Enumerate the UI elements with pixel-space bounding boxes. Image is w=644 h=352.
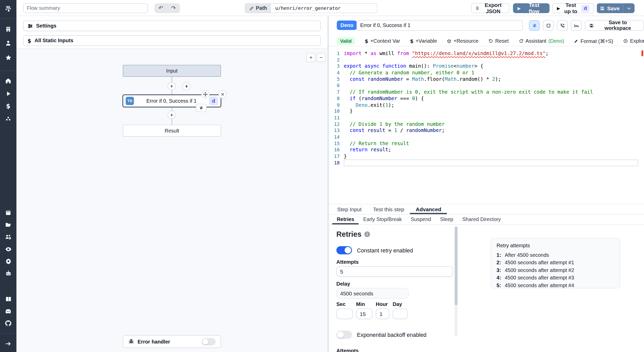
save-button-group: Save	[597, 3, 635, 13]
step-summary-input[interactable]	[357, 20, 523, 31]
suspend-icon-button[interactable]	[557, 20, 567, 31]
advanced-subtabs: Retries Early Stop/Break Suspend Sleep S…	[329, 215, 644, 225]
workspace-icon[interactable]	[0, 23, 16, 35]
format-button[interactable]: Format (⌘+S)	[569, 38, 618, 44]
user-icon[interactable]	[0, 37, 16, 49]
subtab-suspend[interactable]: Suspend	[406, 215, 436, 224]
min-input[interactable]	[356, 309, 372, 319]
github-icon[interactable]	[0, 318, 16, 329]
assistant-button[interactable]: Assistant (Deno)	[514, 38, 569, 44]
exponential-backoff-toggle[interactable]	[336, 331, 352, 339]
subtab-shared-directory[interactable]: Shared Directory	[458, 215, 505, 224]
settings-icon[interactable]	[0, 255, 16, 267]
code-line[interactable]: 17}	[329, 153, 644, 160]
discord-icon[interactable]	[0, 306, 16, 317]
code-line[interactable]: 8 if (randomNumber === 0) {	[329, 95, 644, 102]
code-line[interactable]: 15 // Return the result	[329, 140, 644, 147]
trigger-bolt-icon[interactable]	[182, 82, 191, 90]
early-stop-icon-button[interactable]	[543, 20, 554, 31]
code-line[interactable]: 4 // Generate a random number, either 0 …	[329, 70, 644, 76]
favorites-icon[interactable]	[0, 52, 16, 63]
code-line[interactable]: 6	[329, 83, 644, 89]
code-line[interactable]: 1import * as wmill from "https://deno.la…	[329, 50, 644, 57]
export-json-button[interactable]: Export JSON	[471, 3, 509, 13]
add-variable-button[interactable]: $+Variable	[405, 38, 442, 44]
groups-icon[interactable]	[0, 231, 16, 243]
code-line[interactable]: 3export async function main(): Promise<n…	[329, 63, 644, 70]
code-line[interactable]: 9 Deno.exit(1);	[329, 102, 644, 108]
code-editor[interactable]: 1import * as wmill from "https://deno.la…	[329, 46, 644, 204]
hour-input[interactable]	[376, 309, 389, 319]
result-node[interactable]: Result	[123, 125, 221, 137]
dollar-icon: $	[365, 38, 368, 44]
move-step-handle[interactable]	[201, 90, 209, 99]
sec-label: Sec	[336, 302, 353, 308]
save-dropdown-button[interactable]	[623, 3, 635, 13]
info-icon[interactable]: i	[364, 231, 370, 237]
add-step-button-top[interactable]: +	[168, 82, 176, 90]
add-resource-button[interactable]: +Resource	[442, 38, 484, 44]
code-line[interactable]: 11	[329, 115, 644, 121]
editor-error-marker	[641, 50, 643, 56]
code-line[interactable]: 18	[329, 160, 644, 166]
code-line[interactable]: 12 // Divide 1 by the random number	[329, 121, 644, 128]
pencil-icon	[249, 6, 254, 11]
zoom-in-button[interactable]: +	[306, 53, 315, 62]
undo-button[interactable]: ↶	[154, 3, 167, 13]
subtab-early-stop[interactable]: Early Stop/Break	[359, 215, 406, 224]
variables-icon[interactable]: $	[0, 101, 16, 112]
exp-attempts-label: Attempts	[336, 348, 644, 352]
scrollbar-thumb[interactable]	[455, 226, 457, 305]
path-input[interactable]	[271, 4, 377, 13]
error-handler-card[interactable]: Error handler	[123, 335, 221, 348]
workers-icon[interactable]	[0, 268, 16, 279]
code-line[interactable]: 7 // If randomNumber is 0, exit the scri…	[329, 89, 644, 95]
folders-icon[interactable]	[0, 219, 16, 231]
save-button[interactable]: Save	[597, 3, 623, 13]
tab-step-input[interactable]: Step Input	[332, 204, 367, 214]
zoom-out-button[interactable]: −	[317, 53, 326, 62]
all-static-inputs-card[interactable]: $ All Static Inputs	[23, 35, 321, 46]
sec-input[interactable]	[336, 309, 353, 319]
retries-icon-button[interactable]	[529, 20, 540, 31]
code-line[interactable]: 2	[329, 57, 644, 63]
home-icon[interactable]	[0, 75, 16, 87]
sleep-icon-button[interactable]	[571, 20, 581, 31]
explore-scripts-button[interactable]: Explore other s	[618, 38, 644, 44]
constant-retry-toggle[interactable]	[336, 246, 352, 254]
resources-icon[interactable]	[0, 113, 16, 125]
add-step-button-bottom[interactable]: +	[168, 111, 176, 119]
code-line[interactable]: 16 return result;	[329, 147, 644, 153]
tab-advanced[interactable]: Advanced	[410, 204, 447, 214]
audit-logs-icon[interactable]	[0, 243, 16, 255]
tab-test-this-step[interactable]: Test this step	[367, 204, 410, 214]
docs-icon[interactable]	[0, 293, 16, 305]
subtab-sleep[interactable]: Sleep	[436, 215, 458, 224]
error-handler-toggle[interactable]	[202, 338, 216, 345]
runs-icon[interactable]	[0, 88, 16, 99]
step-retry-indicator[interactable]	[196, 104, 207, 112]
code-line[interactable]: 5 const randomNumber = Math.floor(Math.r…	[329, 76, 644, 83]
flow-settings-card[interactable]: Settings	[23, 21, 321, 31]
attempts-input[interactable]	[336, 266, 453, 277]
delay-input[interactable]	[336, 288, 409, 298]
code-line[interactable]: 13 const result = 1 / randomNumber;	[329, 128, 644, 134]
reset-icon	[488, 39, 493, 43]
delete-step-button[interactable]: ✕	[218, 90, 227, 99]
code-lines: 1import * as wmill from "https://deno.la…	[329, 50, 644, 166]
subtab-retries[interactable]: Retries	[332, 215, 359, 224]
flow-summary-input[interactable]	[23, 3, 148, 13]
expand-rail-icon[interactable]	[0, 338, 16, 350]
add-context-var-button[interactable]: $+Context Var	[360, 38, 405, 44]
save-to-workspace-button[interactable]: Save to workspace	[585, 20, 644, 31]
reset-button[interactable]: Reset	[483, 38, 513, 44]
test-flow-button[interactable]: ▶ Test flow	[513, 3, 549, 13]
code-line[interactable]: 14	[329, 134, 644, 140]
schedules-icon[interactable]	[0, 207, 16, 218]
code-line[interactable]: 10 }	[329, 108, 644, 115]
windmill-logo-icon[interactable]	[0, 3, 16, 14]
day-input[interactable]	[393, 309, 408, 319]
redo-button[interactable]: ↷	[167, 3, 180, 13]
input-node[interactable]: Input	[123, 65, 221, 77]
test-up-to-button[interactable]: ▶ Test up to d	[552, 3, 594, 13]
